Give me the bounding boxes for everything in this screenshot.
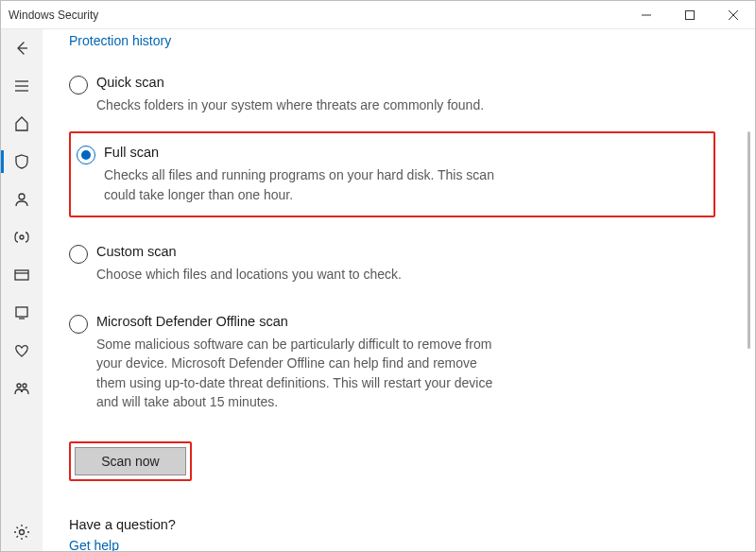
minimize-icon bbox=[642, 10, 651, 20]
maximize-button[interactable] bbox=[668, 1, 712, 29]
sidebar bbox=[1, 29, 43, 551]
question-section: Have a question? Get help bbox=[69, 517, 715, 551]
firewall-icon bbox=[13, 229, 30, 246]
sidebar-device-security[interactable] bbox=[1, 294, 43, 332]
sidebar-family[interactable] bbox=[1, 370, 43, 407]
sidebar-settings[interactable] bbox=[1, 513, 43, 551]
menu-button[interactable] bbox=[1, 67, 43, 105]
svg-rect-1 bbox=[686, 10, 695, 19]
get-help-link[interactable]: Get help bbox=[69, 538, 715, 551]
sidebar-home[interactable] bbox=[1, 105, 43, 143]
sidebar-account-protection[interactable] bbox=[1, 181, 43, 218]
titlebar: Windows Security bbox=[1, 1, 755, 29]
svg-point-15 bbox=[23, 384, 26, 388]
account-icon bbox=[13, 191, 30, 208]
menu-icon bbox=[13, 78, 30, 95]
radio-full-scan[interactable] bbox=[77, 146, 95, 164]
option-offline-scan[interactable]: Microsoft Defender Offline scan Some mal… bbox=[69, 308, 506, 415]
sidebar-virus-protection[interactable] bbox=[1, 143, 43, 181]
option-full-scan[interactable]: Full scan Checks all files and running p… bbox=[77, 139, 513, 208]
close-button[interactable] bbox=[712, 1, 755, 29]
svg-point-9 bbox=[20, 235, 24, 239]
radio-offline-scan[interactable] bbox=[69, 315, 88, 334]
svg-point-14 bbox=[17, 384, 21, 388]
app-browser-icon bbox=[13, 267, 30, 284]
svg-point-8 bbox=[19, 194, 25, 199]
option-title: Full scan bbox=[104, 145, 513, 160]
radio-custom-scan[interactable] bbox=[69, 245, 88, 264]
option-desc: Checks folders in your system where thre… bbox=[96, 95, 506, 114]
option-desc: Some malicious software can be particula… bbox=[96, 335, 506, 411]
sidebar-firewall[interactable] bbox=[1, 218, 43, 256]
device-security-icon bbox=[13, 304, 30, 321]
option-title: Quick scan bbox=[96, 75, 506, 90]
back-button[interactable] bbox=[1, 29, 43, 67]
highlight-full-scan: Full scan Checks all files and running p… bbox=[69, 131, 715, 217]
family-icon bbox=[13, 380, 30, 397]
radio-quick-scan[interactable] bbox=[69, 76, 88, 95]
minimize-button[interactable] bbox=[625, 1, 668, 29]
svg-rect-10 bbox=[15, 270, 28, 280]
option-title: Custom scan bbox=[96, 244, 506, 259]
scrollbar-thumb[interactable] bbox=[747, 131, 750, 349]
home-icon bbox=[13, 115, 30, 132]
back-icon bbox=[13, 40, 30, 57]
option-custom-scan[interactable]: Custom scan Choose which files and locat… bbox=[69, 238, 506, 287]
heart-icon bbox=[13, 342, 30, 359]
option-quick-scan[interactable]: Quick scan Checks folders in your system… bbox=[69, 69, 506, 118]
main-content: Protection history Quick scan Checks fol… bbox=[43, 29, 742, 551]
question-title: Have a question? bbox=[69, 517, 715, 532]
option-desc: Checks all files and running programs on… bbox=[104, 165, 513, 204]
scrollbar[interactable] bbox=[743, 29, 754, 551]
svg-rect-12 bbox=[16, 307, 27, 317]
option-desc: Choose which files and locations you wan… bbox=[96, 265, 506, 284]
sidebar-app-browser[interactable] bbox=[1, 256, 43, 294]
close-icon bbox=[729, 10, 738, 20]
protection-history-link[interactable]: Protection history bbox=[69, 29, 715, 48]
highlight-scan-button: Scan now bbox=[69, 441, 192, 481]
svg-point-16 bbox=[20, 530, 25, 535]
settings-icon bbox=[13, 524, 30, 541]
option-title: Microsoft Defender Offline scan bbox=[96, 314, 506, 329]
shield-icon bbox=[13, 153, 30, 170]
window-title: Windows Security bbox=[9, 9, 98, 22]
maximize-icon bbox=[685, 10, 695, 20]
sidebar-device-performance[interactable] bbox=[1, 332, 43, 370]
scan-now-button[interactable]: Scan now bbox=[75, 447, 186, 475]
